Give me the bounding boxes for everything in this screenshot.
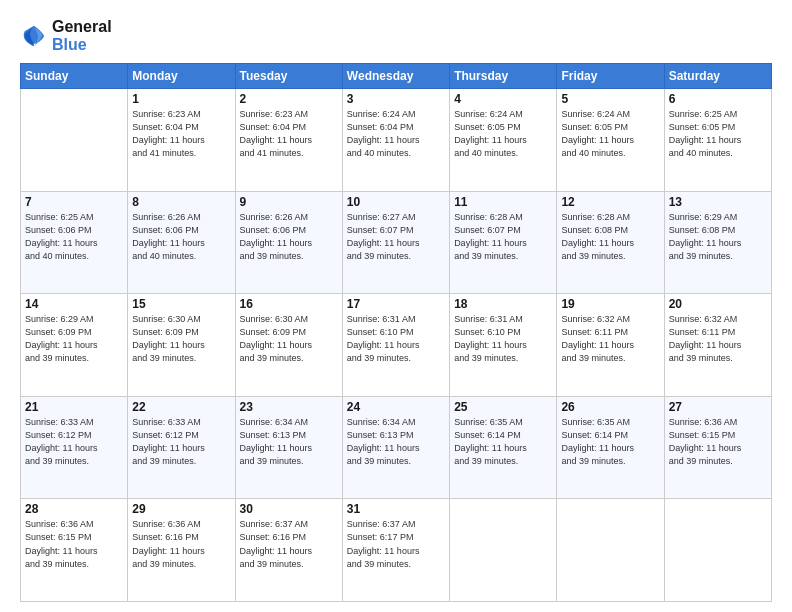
page: General Blue SundayMondayTuesdayWednesda… [0, 0, 792, 612]
calendar-table: SundayMondayTuesdayWednesdayThursdayFrid… [20, 63, 772, 602]
calendar-cell: 1Sunrise: 6:23 AMSunset: 6:04 PMDaylight… [128, 89, 235, 192]
day-number: 2 [240, 92, 338, 106]
calendar-cell: 2Sunrise: 6:23 AMSunset: 6:04 PMDaylight… [235, 89, 342, 192]
calendar-cell: 28Sunrise: 6:36 AMSunset: 6:15 PMDayligh… [21, 499, 128, 602]
day-number: 20 [669, 297, 767, 311]
day-number: 3 [347, 92, 445, 106]
header: General Blue [20, 18, 772, 53]
day-info: Sunrise: 6:34 AMSunset: 6:13 PMDaylight:… [240, 416, 338, 468]
day-number: 19 [561, 297, 659, 311]
calendar-cell: 11Sunrise: 6:28 AMSunset: 6:07 PMDayligh… [450, 191, 557, 294]
calendar-cell [21, 89, 128, 192]
day-number: 31 [347, 502, 445, 516]
day-number: 15 [132, 297, 230, 311]
day-header-monday: Monday [128, 64, 235, 89]
day-info: Sunrise: 6:31 AMSunset: 6:10 PMDaylight:… [454, 313, 552, 365]
day-info: Sunrise: 6:36 AMSunset: 6:15 PMDaylight:… [669, 416, 767, 468]
day-info: Sunrise: 6:25 AMSunset: 6:06 PMDaylight:… [25, 211, 123, 263]
day-info: Sunrise: 6:30 AMSunset: 6:09 PMDaylight:… [240, 313, 338, 365]
calendar-cell: 4Sunrise: 6:24 AMSunset: 6:05 PMDaylight… [450, 89, 557, 192]
day-number: 28 [25, 502, 123, 516]
day-info: Sunrise: 6:29 AMSunset: 6:08 PMDaylight:… [669, 211, 767, 263]
day-number: 23 [240, 400, 338, 414]
calendar-cell: 22Sunrise: 6:33 AMSunset: 6:12 PMDayligh… [128, 396, 235, 499]
day-info: Sunrise: 6:24 AMSunset: 6:05 PMDaylight:… [454, 108, 552, 160]
day-number: 7 [25, 195, 123, 209]
day-number: 22 [132, 400, 230, 414]
calendar-cell: 29Sunrise: 6:36 AMSunset: 6:16 PMDayligh… [128, 499, 235, 602]
day-number: 16 [240, 297, 338, 311]
day-number: 21 [25, 400, 123, 414]
calendar-cell: 30Sunrise: 6:37 AMSunset: 6:16 PMDayligh… [235, 499, 342, 602]
day-header-tuesday: Tuesday [235, 64, 342, 89]
calendar-cell: 19Sunrise: 6:32 AMSunset: 6:11 PMDayligh… [557, 294, 664, 397]
day-number: 12 [561, 195, 659, 209]
day-number: 24 [347, 400, 445, 414]
day-number: 5 [561, 92, 659, 106]
calendar-cell: 25Sunrise: 6:35 AMSunset: 6:14 PMDayligh… [450, 396, 557, 499]
day-info: Sunrise: 6:31 AMSunset: 6:10 PMDaylight:… [347, 313, 445, 365]
day-number: 1 [132, 92, 230, 106]
calendar-cell: 16Sunrise: 6:30 AMSunset: 6:09 PMDayligh… [235, 294, 342, 397]
day-info: Sunrise: 6:28 AMSunset: 6:07 PMDaylight:… [454, 211, 552, 263]
day-header-friday: Friday [557, 64, 664, 89]
day-number: 18 [454, 297, 552, 311]
day-info: Sunrise: 6:32 AMSunset: 6:11 PMDaylight:… [561, 313, 659, 365]
day-number: 25 [454, 400, 552, 414]
calendar-cell: 26Sunrise: 6:35 AMSunset: 6:14 PMDayligh… [557, 396, 664, 499]
logo-icon [20, 22, 48, 50]
day-info: Sunrise: 6:37 AMSunset: 6:17 PMDaylight:… [347, 518, 445, 570]
day-info: Sunrise: 6:27 AMSunset: 6:07 PMDaylight:… [347, 211, 445, 263]
day-number: 4 [454, 92, 552, 106]
calendar-cell [557, 499, 664, 602]
day-info: Sunrise: 6:36 AMSunset: 6:16 PMDaylight:… [132, 518, 230, 570]
day-number: 26 [561, 400, 659, 414]
calendar-cell: 14Sunrise: 6:29 AMSunset: 6:09 PMDayligh… [21, 294, 128, 397]
calendar-cell: 10Sunrise: 6:27 AMSunset: 6:07 PMDayligh… [342, 191, 449, 294]
day-info: Sunrise: 6:25 AMSunset: 6:05 PMDaylight:… [669, 108, 767, 160]
calendar-cell [450, 499, 557, 602]
calendar-cell: 23Sunrise: 6:34 AMSunset: 6:13 PMDayligh… [235, 396, 342, 499]
day-number: 14 [25, 297, 123, 311]
calendar-cell: 24Sunrise: 6:34 AMSunset: 6:13 PMDayligh… [342, 396, 449, 499]
day-header-saturday: Saturday [664, 64, 771, 89]
day-number: 9 [240, 195, 338, 209]
day-info: Sunrise: 6:29 AMSunset: 6:09 PMDaylight:… [25, 313, 123, 365]
day-info: Sunrise: 6:23 AMSunset: 6:04 PMDaylight:… [240, 108, 338, 160]
day-number: 6 [669, 92, 767, 106]
day-number: 8 [132, 195, 230, 209]
calendar-cell: 15Sunrise: 6:30 AMSunset: 6:09 PMDayligh… [128, 294, 235, 397]
day-info: Sunrise: 6:24 AMSunset: 6:05 PMDaylight:… [561, 108, 659, 160]
day-info: Sunrise: 6:23 AMSunset: 6:04 PMDaylight:… [132, 108, 230, 160]
day-info: Sunrise: 6:28 AMSunset: 6:08 PMDaylight:… [561, 211, 659, 263]
calendar-cell: 12Sunrise: 6:28 AMSunset: 6:08 PMDayligh… [557, 191, 664, 294]
calendar-cell: 20Sunrise: 6:32 AMSunset: 6:11 PMDayligh… [664, 294, 771, 397]
calendar-cell: 8Sunrise: 6:26 AMSunset: 6:06 PMDaylight… [128, 191, 235, 294]
day-info: Sunrise: 6:33 AMSunset: 6:12 PMDaylight:… [25, 416, 123, 468]
calendar-cell: 31Sunrise: 6:37 AMSunset: 6:17 PMDayligh… [342, 499, 449, 602]
calendar-cell: 3Sunrise: 6:24 AMSunset: 6:04 PMDaylight… [342, 89, 449, 192]
day-info: Sunrise: 6:34 AMSunset: 6:13 PMDaylight:… [347, 416, 445, 468]
day-number: 29 [132, 502, 230, 516]
calendar-cell: 9Sunrise: 6:26 AMSunset: 6:06 PMDaylight… [235, 191, 342, 294]
calendar-cell: 5Sunrise: 6:24 AMSunset: 6:05 PMDaylight… [557, 89, 664, 192]
day-number: 11 [454, 195, 552, 209]
day-info: Sunrise: 6:24 AMSunset: 6:04 PMDaylight:… [347, 108, 445, 160]
day-info: Sunrise: 6:36 AMSunset: 6:15 PMDaylight:… [25, 518, 123, 570]
calendar-cell: 21Sunrise: 6:33 AMSunset: 6:12 PMDayligh… [21, 396, 128, 499]
logo: General Blue [20, 18, 112, 53]
calendar-cell: 18Sunrise: 6:31 AMSunset: 6:10 PMDayligh… [450, 294, 557, 397]
day-number: 17 [347, 297, 445, 311]
calendar-cell: 7Sunrise: 6:25 AMSunset: 6:06 PMDaylight… [21, 191, 128, 294]
calendar-cell: 6Sunrise: 6:25 AMSunset: 6:05 PMDaylight… [664, 89, 771, 192]
day-number: 30 [240, 502, 338, 516]
day-info: Sunrise: 6:33 AMSunset: 6:12 PMDaylight:… [132, 416, 230, 468]
day-info: Sunrise: 6:32 AMSunset: 6:11 PMDaylight:… [669, 313, 767, 365]
calendar-cell: 17Sunrise: 6:31 AMSunset: 6:10 PMDayligh… [342, 294, 449, 397]
day-header-sunday: Sunday [21, 64, 128, 89]
day-info: Sunrise: 6:35 AMSunset: 6:14 PMDaylight:… [561, 416, 659, 468]
logo-text: General Blue [52, 18, 112, 53]
calendar-cell: 13Sunrise: 6:29 AMSunset: 6:08 PMDayligh… [664, 191, 771, 294]
calendar-cell: 27Sunrise: 6:36 AMSunset: 6:15 PMDayligh… [664, 396, 771, 499]
day-header-thursday: Thursday [450, 64, 557, 89]
